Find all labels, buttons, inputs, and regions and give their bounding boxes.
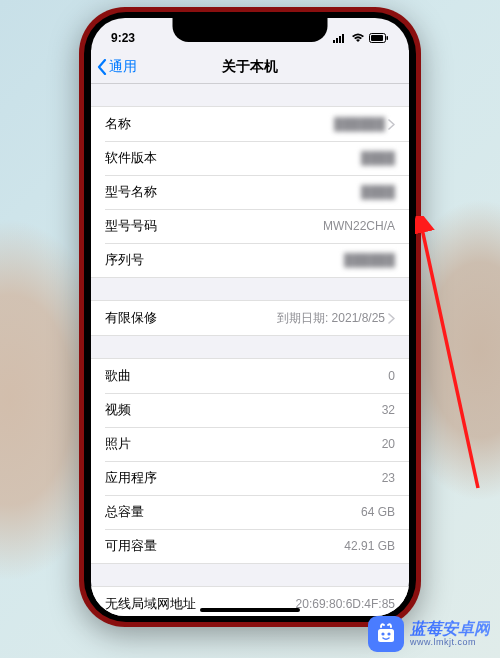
row-value: 23 [382,471,395,485]
back-button[interactable]: 通用 [91,58,137,76]
chevron-right-icon [388,119,395,130]
svg-rect-0 [333,40,335,43]
watermark-url: www.lmkjt.com [410,638,490,648]
settings-row: 型号名称████ [91,175,409,209]
row-value: ██████ [334,117,395,131]
row-label: 歌曲 [105,367,131,385]
settings-group: 名称██████软件版本████型号名称████型号号码MWN22CH/A序列号… [91,106,409,278]
row-label: 无线局域网地址 [105,595,196,613]
row-value: 到期日期: 2021/8/25 [277,310,395,327]
chevron-right-icon [388,313,395,324]
svg-rect-6 [387,36,389,40]
settings-group: 有限保修到期日期: 2021/8/25 [91,300,409,336]
row-value: 64 GB [361,505,395,519]
status-time: 9:23 [111,31,135,45]
settings-row: 歌曲0 [91,359,409,393]
row-label: 总容量 [105,503,144,521]
settings-row: 视频32 [91,393,409,427]
row-label: 软件版本 [105,149,157,167]
svg-rect-5 [371,35,383,41]
wifi-icon [351,33,365,43]
row-value: ████ [361,151,395,165]
settings-row: 照片20 [91,427,409,461]
svg-point-10 [381,632,384,635]
row-value: 32 [382,403,395,417]
row-value: 0 [388,369,395,383]
row-label: 照片 [105,435,131,453]
settings-row: 总容量64 GB [91,495,409,529]
row-value: ██████ [344,253,395,267]
settings-row: 应用程序23 [91,461,409,495]
settings-group: 歌曲0视频32照片20应用程序23总容量64 GB可用容量42.91 GB [91,358,409,564]
svg-rect-1 [336,38,338,43]
watermark-title: 蓝莓安卓网 [410,620,490,638]
row-label: 视频 [105,401,131,419]
svg-point-11 [387,632,390,635]
row-label: 可用容量 [105,537,157,555]
row-label: 应用程序 [105,469,157,487]
row-label: 有限保修 [105,309,157,327]
home-indicator[interactable] [200,608,300,612]
svg-rect-3 [342,34,344,43]
row-label: 名称 [105,115,131,133]
settings-row: 可用容量42.91 GB [91,529,409,563]
phone-frame: 9:23 通用 关于本机 名称██████软件版本████型号名称████型号号… [79,7,421,627]
row-label: 序列号 [105,251,144,269]
settings-row: 序列号██████ [91,243,409,277]
row-label: 型号号码 [105,217,157,235]
back-label: 通用 [109,58,137,76]
settings-row: 型号号码MWN22CH/A [91,209,409,243]
chevron-left-icon [97,59,107,75]
settings-row[interactable]: 有限保修到期日期: 2021/8/25 [91,301,409,335]
settings-row[interactable]: 名称██████ [91,107,409,141]
watermark-icon [368,616,404,652]
battery-icon [369,33,389,43]
signal-icon [333,33,347,43]
row-value: MWN22CH/A [323,219,395,233]
row-value: ████ [361,185,395,199]
watermark: 蓝莓安卓网 www.lmkjt.com [368,616,490,652]
row-value: 20:69:80:6D:4F:85 [296,597,395,611]
notch [173,18,328,42]
row-label: 型号名称 [105,183,157,201]
nav-bar: 通用 关于本机 [91,50,409,84]
settings-row: 软件版本████ [91,141,409,175]
svg-rect-2 [339,36,341,43]
row-value: 20 [382,437,395,451]
nav-title: 关于本机 [222,58,278,76]
row-value: 42.91 GB [344,539,395,553]
screen: 9:23 通用 关于本机 名称██████软件版本████型号名称████型号号… [91,18,409,616]
content[interactable]: 名称██████软件版本████型号名称████型号号码MWN22CH/A序列号… [91,84,409,616]
